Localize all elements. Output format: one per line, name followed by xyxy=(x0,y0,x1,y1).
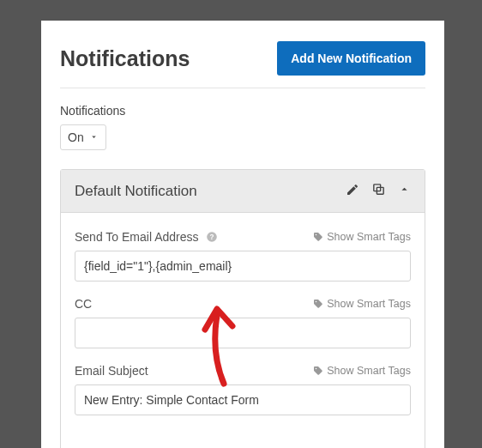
send-to-input[interactable] xyxy=(75,251,411,282)
chevron-down-icon xyxy=(89,130,99,144)
notification-panel: Default Notification Send To Email Addre… xyxy=(60,169,425,448)
svg-text:?: ? xyxy=(209,233,214,241)
field-send-to: Send To Email Address ? Show Smart Tags xyxy=(75,230,411,282)
panel-title: Default Notification xyxy=(75,183,197,200)
show-smart-tags-link[interactable]: Show Smart Tags xyxy=(313,365,411,377)
show-smart-tags-link[interactable]: Show Smart Tags xyxy=(313,298,411,310)
header-row: Notifications Add New Notification xyxy=(60,41,425,76)
notifications-toggle-value: On xyxy=(68,130,84,144)
collapse-icon[interactable] xyxy=(398,183,411,199)
panel-body: Send To Email Address ? Show Smart Tags … xyxy=(61,213,425,448)
send-to-label: Send To Email Address ? xyxy=(75,230,218,244)
cc-label: CC xyxy=(75,297,92,311)
panel-header: Default Notification xyxy=(61,170,425,213)
settings-card: Notifications Add New Notification Notif… xyxy=(41,21,444,448)
help-icon[interactable]: ? xyxy=(206,231,218,243)
copy-icon[interactable] xyxy=(371,182,386,200)
field-cc: CC Show Smart Tags xyxy=(75,297,411,348)
subject-label: Email Subject xyxy=(75,364,148,378)
page-title: Notifications xyxy=(60,46,190,71)
cc-input[interactable] xyxy=(75,318,411,348)
show-smart-tags-link[interactable]: Show Smart Tags xyxy=(313,231,411,243)
edit-icon[interactable] xyxy=(346,183,359,200)
panel-actions xyxy=(346,182,411,200)
field-subject: Email Subject Show Smart Tags xyxy=(75,364,411,415)
divider xyxy=(60,88,425,88)
notifications-toggle-label: Notifications xyxy=(60,104,425,118)
add-notification-button[interactable]: Add New Notification xyxy=(277,41,425,76)
notifications-toggle-select[interactable]: On xyxy=(60,124,106,150)
subject-input[interactable] xyxy=(75,384,411,415)
